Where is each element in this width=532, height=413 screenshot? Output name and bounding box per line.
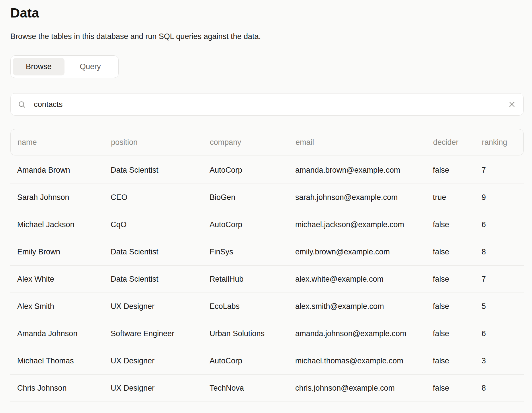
cell-name: Sarah Johnson	[10, 193, 104, 202]
cell-email: alex.smith@example.com	[288, 302, 426, 311]
cell-decider: false	[426, 356, 475, 365]
cell-decider: false	[426, 220, 475, 229]
tab-group: Browse Query	[10, 55, 119, 78]
cell-ranking: 7	[475, 275, 524, 284]
table-row[interactable]: Sarah Johnson CEO BioGen sarah.johnson@e…	[10, 184, 524, 211]
column-header-decider: decider	[426, 138, 475, 147]
table-row[interactable]: Amanda Johnson Software Engineer Urban S…	[10, 320, 524, 347]
cell-email: amanda.brown@example.com	[288, 166, 426, 175]
table-row[interactable]: Amanda Brown Data Scientist AutoCorp ama…	[10, 157, 524, 184]
cell-company: TechNova	[203, 384, 288, 393]
cell-company: AutoCorp	[203, 356, 288, 365]
cell-name: Michael Jackson	[10, 220, 104, 229]
cell-company: RetailHub	[203, 275, 288, 284]
cell-company: BioGen	[203, 193, 288, 202]
cell-company: FinSys	[203, 248, 288, 256]
table-row[interactable]: Chris Johnson UX Designer TechNova chris…	[10, 375, 524, 402]
column-header-email: email	[289, 138, 426, 147]
cell-name: Chris Johnson	[10, 384, 104, 393]
cell-ranking: 6	[475, 329, 524, 338]
cell-email: michael.thomas@example.com	[288, 356, 426, 365]
page-content: Data Browse the tables in this database …	[10, 0, 524, 402]
cell-decider: false	[426, 248, 475, 256]
table-row[interactable]: Alex White Data Scientist RetailHub alex…	[10, 266, 524, 293]
cell-ranking: 6	[475, 220, 524, 229]
tab-browse[interactable]: Browse	[13, 58, 64, 75]
cell-name: Emily Brown	[10, 248, 104, 256]
cell-name: Amanda Johnson	[10, 329, 104, 338]
close-icon	[508, 100, 516, 109]
cell-ranking: 7	[475, 166, 524, 175]
search-box[interactable]	[10, 93, 524, 116]
cell-email: amanda.johnson@example.com	[288, 329, 426, 338]
tab-query[interactable]: Query	[64, 58, 116, 75]
cell-position: UX Designer	[104, 302, 203, 311]
table-row[interactable]: Michael Jackson CqO AutoCorp michael.jac…	[10, 211, 524, 238]
cell-name: Alex Smith	[10, 302, 104, 311]
cell-decider: true	[426, 193, 475, 202]
cell-company: AutoCorp	[203, 166, 288, 175]
cell-position: Software Engineer	[104, 329, 203, 338]
cell-company: AutoCorp	[203, 220, 288, 229]
cell-name: Michael Thomas	[10, 356, 104, 365]
table-row[interactable]: Emily Brown Data Scientist FinSys emily.…	[10, 238, 524, 266]
cell-company: Urban Solutions	[203, 329, 288, 338]
cell-email: chris.johnson@example.com	[288, 384, 426, 393]
table-header: namepositioncompanyemaildeciderranking	[10, 129, 524, 155]
page-subtitle: Browse the tables in this database and r…	[10, 32, 524, 41]
cell-position: UX Designer	[104, 356, 203, 365]
cell-position: CqO	[104, 220, 203, 229]
cell-ranking: 5	[475, 302, 524, 311]
page-title: Data	[10, 5, 524, 21]
table-row[interactable]: Michael Thomas UX Designer AutoCorp mich…	[10, 347, 524, 375]
cell-ranking: 8	[475, 248, 524, 256]
column-header-ranking: ranking	[475, 138, 523, 147]
search-input[interactable]	[33, 93, 508, 115]
table-row[interactable]: Alex Smith UX Designer EcoLabs alex.smit…	[10, 293, 524, 320]
cell-position: Data Scientist	[104, 248, 203, 256]
cell-decider: false	[426, 302, 475, 311]
cell-name: Alex White	[10, 275, 104, 284]
column-header-company: company	[203, 138, 289, 147]
cell-position: Data Scientist	[104, 166, 203, 175]
cell-decider: false	[426, 275, 475, 284]
cell-email: emily.brown@example.com	[288, 248, 426, 256]
cell-email: sarah.johnson@example.com	[288, 193, 426, 202]
cell-email: michael.jackson@example.com	[288, 220, 426, 229]
cell-decider: false	[426, 384, 475, 393]
cell-name: Amanda Brown	[10, 166, 104, 175]
clear-search-button[interactable]	[508, 100, 516, 109]
cell-email: alex.white@example.com	[288, 275, 426, 284]
cell-ranking: 8	[475, 384, 524, 393]
cell-ranking: 9	[475, 193, 524, 202]
column-header-position: position	[104, 138, 203, 147]
column-header-name: name	[11, 138, 104, 147]
cell-position: UX Designer	[104, 384, 203, 393]
cell-decider: false	[426, 166, 475, 175]
cell-decider: false	[426, 329, 475, 338]
search-icon	[18, 100, 26, 108]
cell-company: EcoLabs	[203, 302, 288, 311]
cell-ranking: 3	[475, 356, 524, 365]
table-body: Amanda Brown Data Scientist AutoCorp ama…	[10, 157, 524, 402]
cell-position: CEO	[104, 193, 203, 202]
cell-position: Data Scientist	[104, 275, 203, 284]
